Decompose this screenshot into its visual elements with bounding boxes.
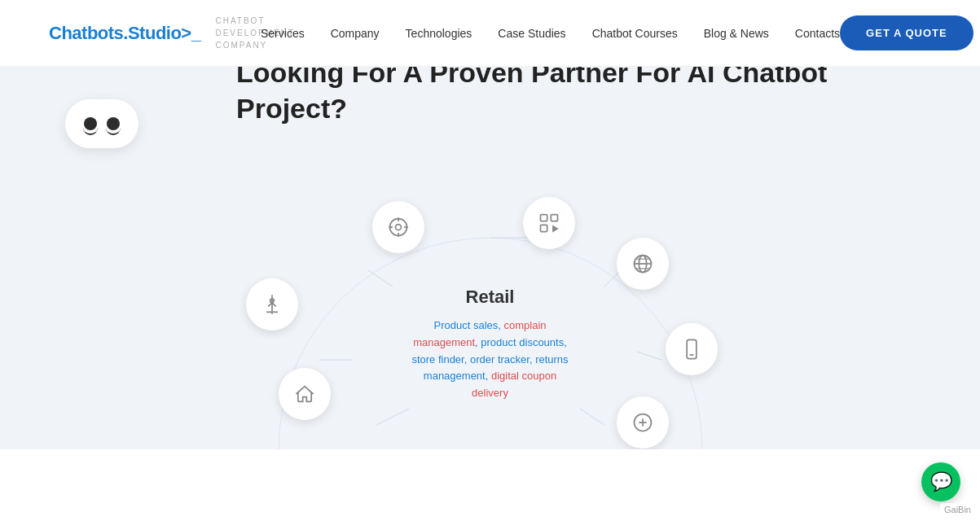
svg-rect-10 — [540, 225, 547, 231]
svg-line-3 — [637, 352, 661, 360]
icon-phone[interactable] — [666, 323, 718, 375]
svg-line-7 — [368, 270, 393, 287]
nav-item-chatbot-courses[interactable]: Chatbot Courses — [592, 27, 678, 40]
svg-line-5 — [376, 409, 409, 425]
icon-plus[interactable] — [617, 396, 669, 449]
logo-text: Chatbots.Studio>_ — [49, 23, 200, 44]
robot-left-eye — [84, 117, 97, 130]
icon-house[interactable] — [279, 368, 331, 420]
nav-item-company[interactable]: Company — [331, 27, 380, 40]
diagram-container: Retail Product sales, complain managemen… — [49, 189, 931, 449]
svg-point-30 — [395, 225, 401, 230]
icon-globe[interactable] — [617, 238, 669, 290]
hero-title: Looking For A Proven Partner For AI Chat… — [236, 67, 847, 126]
diagram-center-desc: Product sales, complain management, prod… — [409, 317, 572, 402]
svg-rect-9 — [551, 215, 557, 221]
diagram-center-title: Retail — [409, 287, 572, 308]
logo[interactable]: Chatbots.Studio>_ — [49, 23, 200, 44]
robot-right-eye — [107, 117, 120, 130]
icon-design[interactable] — [372, 201, 424, 253]
hero-section: Looking For A Proven Partner For AI Chat… — [0, 67, 980, 449]
nav-item-case-studies[interactable]: Case Studies — [498, 27, 565, 40]
svg-rect-8 — [540, 215, 547, 221]
robot-bubble — [65, 99, 138, 148]
nav-item-technologies[interactable]: Technologies — [406, 27, 472, 40]
get-quote-button[interactable]: GET A QUOTE — [840, 15, 973, 50]
icon-compass[interactable] — [246, 278, 298, 331]
svg-line-4 — [580, 409, 604, 425]
svg-rect-17 — [687, 339, 697, 358]
icon-media[interactable] — [523, 197, 575, 249]
main-nav: Services Company Technologies Case Studi… — [261, 27, 840, 40]
svg-marker-11 — [552, 226, 557, 232]
nav-item-blog-news[interactable]: Blog & News — [704, 27, 769, 40]
nav-item-contacts[interactable]: Contacts — [795, 27, 840, 40]
nav-item-services[interactable]: Services — [261, 27, 305, 40]
diagram-center: Retail Product sales, complain managemen… — [409, 287, 572, 402]
logo-area: Chatbots.Studio>_ CHATBOT DEVELOPMENT CO… — [49, 15, 261, 51]
header: Chatbots.Studio>_ CHATBOT DEVELOPMENT CO… — [0, 0, 980, 67]
